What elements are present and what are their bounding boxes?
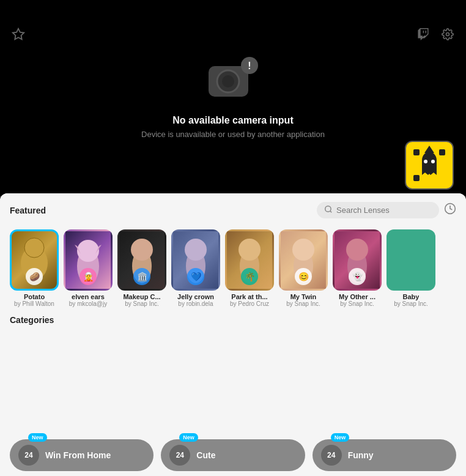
category-card-cute[interactable]: New24Cute xyxy=(161,439,305,471)
category-card-funny[interactable]: New24Funny xyxy=(313,439,456,471)
lens-name-makeup: Makeup C... xyxy=(123,293,160,300)
settings-icon[interactable] xyxy=(439,26,456,43)
lens-item-jelly[interactable]: 💙Jelly crownby robin.dela xyxy=(171,229,220,307)
lens-name-park: Park at th... xyxy=(231,293,267,300)
svg-point-25 xyxy=(185,239,207,261)
svg-point-31 xyxy=(346,239,368,261)
main-panel: Featured 🥔Pot xyxy=(0,193,466,476)
lens-name-jelly: Jelly crown xyxy=(177,293,214,300)
category-name-cute: Cute xyxy=(196,450,215,460)
search-area xyxy=(317,202,456,218)
category-name-funny: Funny xyxy=(348,450,374,460)
lens-item-baby[interactable]: Babyby Snap Inc. xyxy=(386,229,435,307)
camera-error-icon: ! xyxy=(205,57,261,105)
lens-grid: 🥔Potatoby Phill Walton🧝elven earsby mkco… xyxy=(0,229,466,307)
featured-label: Featured xyxy=(10,206,46,215)
search-box[interactable] xyxy=(317,202,439,218)
lens-item-mytwin[interactable]: 😊My Twinby Snap Inc. xyxy=(279,229,328,307)
lens-name-mytwin: My Twin xyxy=(290,293,317,300)
svg-point-5 xyxy=(222,75,234,87)
categories-label: Categories xyxy=(10,315,54,325)
category-count-funny: 24 xyxy=(321,445,342,466)
category-badge-funny: New xyxy=(331,433,350,442)
lens-name-elven: elven ears xyxy=(72,293,105,300)
lens-author-park: by Pedro Cruz xyxy=(230,300,269,307)
lens-author-jelly: by robin.dela xyxy=(178,300,213,307)
lens-item-elven[interactable]: 🧝elven earsby mkcola@jy xyxy=(64,229,113,307)
svg-text:!: ! xyxy=(248,61,251,71)
lens-name-potato: Potato xyxy=(24,293,45,300)
category-count-cute: 24 xyxy=(169,445,190,466)
toolbar-right xyxy=(415,26,456,43)
categories-section: Categories xyxy=(0,307,466,330)
lens-item-potato[interactable]: 🥔Potatoby Phill Walton xyxy=(10,229,59,307)
camera-error-sub: Device is unavailable or used by another… xyxy=(141,130,325,139)
twitch-icon[interactable] xyxy=(415,26,432,43)
lens-name-baby: Baby xyxy=(403,293,420,300)
svg-point-23 xyxy=(131,239,153,261)
category-count-winfromhome: 24 xyxy=(18,445,39,466)
svg-point-10 xyxy=(424,160,427,163)
featured-section: Featured xyxy=(0,193,466,229)
svg-point-15 xyxy=(325,206,331,212)
svg-point-2 xyxy=(446,33,449,36)
search-icon xyxy=(324,205,333,215)
svg-point-11 xyxy=(431,160,435,163)
svg-point-27 xyxy=(239,239,261,261)
lens-author-makeup: by Snap Inc. xyxy=(125,300,159,307)
category-name-winfromhome: Win From Home xyxy=(45,450,111,460)
lens-item-park[interactable]: 🌴Park at th...by Pedro Cruz xyxy=(225,229,274,307)
favorite-icon[interactable] xyxy=(10,26,27,43)
svg-rect-12 xyxy=(413,149,420,155)
lens-author-mytwin: by Snap Inc. xyxy=(286,300,320,307)
svg-point-19 xyxy=(24,238,44,258)
svg-marker-1 xyxy=(13,29,24,39)
featured-header: Featured xyxy=(10,202,456,218)
camera-error-title: No available camera input xyxy=(172,115,293,126)
svg-point-29 xyxy=(292,239,314,261)
svg-line-16 xyxy=(330,211,332,213)
svg-point-21 xyxy=(77,240,99,262)
top-toolbar xyxy=(0,26,466,43)
lens-author-elven: by mkcola@jy xyxy=(69,300,107,307)
svg-rect-14 xyxy=(413,175,420,181)
lens-author-baby: by Snap Inc. xyxy=(394,300,428,307)
category-card-winfromhome[interactable]: New24Win From Home xyxy=(10,439,153,471)
history-icon[interactable] xyxy=(444,203,456,218)
svg-rect-13 xyxy=(439,149,445,155)
camera-view: ! No available camera input Device is un… xyxy=(0,0,466,196)
category-cards: New24Win From HomeNew24CuteNew24Funny xyxy=(0,434,466,476)
lens-author-myother: by Snap Inc. xyxy=(340,300,374,307)
lens-item-makeup[interactable]: 🏛️Makeup C...by Snap Inc. xyxy=(117,229,166,307)
lens-name-myother: My Other ... xyxy=(339,293,375,300)
lens-author-potato: by Phill Walton xyxy=(14,300,54,307)
category-badge-winfromhome: New xyxy=(28,433,47,442)
snapcode-thumbnail[interactable] xyxy=(405,141,454,190)
lens-item-myother[interactable]: 👻My Other ...by Snap Inc. xyxy=(333,229,382,307)
search-input[interactable] xyxy=(336,206,422,215)
category-badge-cute: New xyxy=(179,433,198,442)
